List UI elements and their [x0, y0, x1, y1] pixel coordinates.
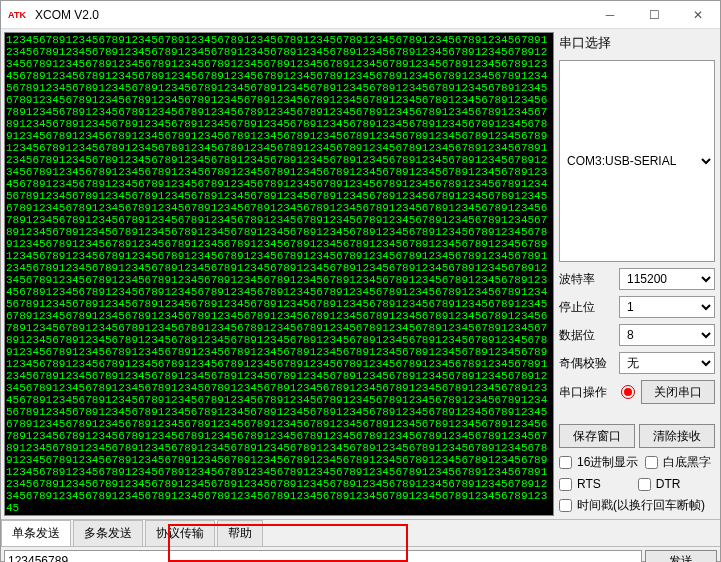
stop-select[interactable]: 1 — [619, 296, 715, 318]
maximize-button[interactable]: ☐ — [632, 1, 676, 29]
close-button[interactable]: ✕ — [676, 1, 720, 29]
rts-label: RTS — [577, 477, 601, 491]
white-black-checkbox[interactable] — [645, 456, 658, 469]
clear-receive-button[interactable]: 清除接收 — [639, 424, 715, 448]
tab-help[interactable]: 帮助 — [217, 520, 263, 546]
timestamp-label: 时间戳(以换行回车断帧) — [577, 497, 705, 514]
stop-label: 停止位 — [559, 299, 615, 316]
terminal-output[interactable]: 1234567891234567891234567891234567891234… — [4, 32, 554, 516]
titlebar: ATK XCOM V2.0 ─ ☐ ✕ — [1, 1, 720, 29]
white-black-label: 白底黑字 — [663, 454, 711, 471]
close-port-button[interactable]: 关闭串口 — [641, 380, 715, 404]
dtr-label: DTR — [656, 477, 681, 491]
port-op-label: 串口操作 — [559, 384, 615, 401]
rts-checkbox[interactable] — [559, 478, 572, 491]
save-window-button[interactable]: 保存窗口 — [559, 424, 635, 448]
data-label: 数据位 — [559, 327, 615, 344]
port-select-label: 串口选择 — [559, 34, 715, 52]
app-icon: ATK — [5, 3, 29, 27]
baud-select[interactable]: 115200 — [619, 268, 715, 290]
parity-select[interactable]: 无 — [619, 352, 715, 374]
baud-label: 波特率 — [559, 271, 615, 288]
side-panel: 串口选择 COM3:USB-SERIAL 波特率 115200 停止位 1 数据… — [557, 32, 717, 516]
timestamp-checkbox[interactable] — [559, 499, 572, 512]
minimize-button[interactable]: ─ — [588, 1, 632, 29]
hex-display-label: 16进制显示 — [577, 454, 638, 471]
data-select[interactable]: 8 — [619, 324, 715, 346]
send-button[interactable]: 发送 — [645, 550, 717, 562]
tab-single-send[interactable]: 单条发送 — [1, 520, 71, 546]
send-input[interactable] — [4, 550, 642, 562]
window-title: XCOM V2.0 — [35, 8, 99, 22]
dtr-checkbox[interactable] — [638, 478, 651, 491]
parity-label: 奇偶校验 — [559, 355, 615, 372]
record-icon — [621, 385, 635, 399]
hex-display-checkbox[interactable] — [559, 456, 572, 469]
tab-protocol[interactable]: 协议传输 — [145, 520, 215, 546]
tab-multi-send[interactable]: 多条发送 — [73, 520, 143, 546]
port-select[interactable]: COM3:USB-SERIAL — [559, 60, 715, 262]
tabs: 单条发送 多条发送 协议传输 帮助 — [1, 520, 720, 547]
